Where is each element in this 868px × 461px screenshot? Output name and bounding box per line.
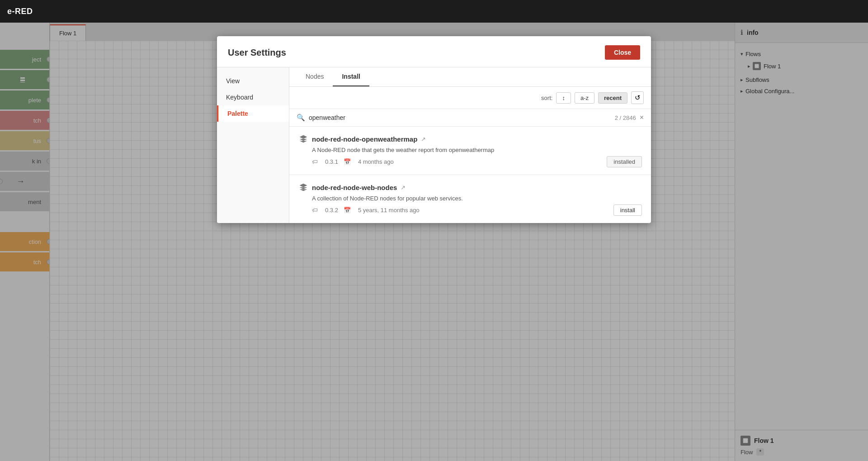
sort-az-button[interactable]: a-z [575,92,594,104]
package-version-2: 0.3.2 [325,207,338,214]
package-age-1: 4 months ago [358,158,394,165]
search-icon: 🔍 [297,114,305,122]
external-link-icon[interactable]: ↗ [421,136,426,143]
calendar-icon-2: 📅 [344,207,351,214]
package-age-2: 5 years, 11 months ago [358,207,420,214]
calendar-icon: 📅 [344,158,351,165]
sort-label: sort: [541,95,552,101]
refresh-button[interactable]: ↺ [631,91,644,104]
tab-install[interactable]: Install [333,67,369,86]
package-cube-icon-2 [298,182,308,192]
modal-main-content: Nodes Install sort: ↕ a-z recent ↺ [289,67,651,223]
package-item-web-nodes: node-red-node-web-nodes ↗ A collection o… [289,175,651,223]
package-item-openweathermap: node-red-node-openweathermap ↗ A Node-RE… [289,127,651,175]
nav-palette[interactable]: Palette [217,105,289,122]
app-title: e-RED [7,7,33,16]
search-input[interactable] [309,114,611,121]
package-header: node-red-node-openweathermap ↗ [298,134,642,144]
tab-nodes[interactable]: Nodes [297,67,333,86]
sort-recent-button[interactable]: recent [598,92,627,104]
package-header-2: node-red-node-web-nodes ↗ [298,182,642,192]
package-action-2: install [613,204,642,216]
close-button[interactable]: Close [605,45,640,60]
modal-title: User Settings [228,48,286,58]
nav-view[interactable]: View [217,73,289,89]
package-action-1: installed [607,156,642,167]
search-count: 2 / 2846 [615,114,636,121]
modal-nav: View Keyboard Palette [217,67,289,223]
package-desc-2: A collection of Node-RED nodes for popul… [298,195,642,202]
tag-icon-2: 🏷 [312,207,318,214]
search-bar: 🔍 2 / 2846 × [289,109,651,127]
package-version-1: 0.3.1 [325,158,338,165]
modal-body: View Keyboard Palette Nodes Install [217,67,651,223]
nav-keyboard[interactable]: Keyboard [217,89,289,105]
package-cube-icon [298,134,308,144]
modal-overlay: User Settings Close View Keyboard Palett… [0,23,868,461]
sort-az-icon-button[interactable]: ↕ [556,92,571,104]
install-button-2[interactable]: install [613,204,642,216]
topbar: e-RED [0,0,868,23]
package-desc-1: A Node-RED node that gets the weather re… [298,147,642,153]
modal-tabs: Nodes Install [289,67,651,87]
search-clear-button[interactable]: × [640,114,644,121]
package-name-1: node-red-node-openweathermap [312,135,417,143]
sort-bar: sort: ↕ a-z recent ↺ [289,87,651,109]
package-name-2: node-red-node-web-nodes [312,184,397,191]
installed-button-1: installed [607,156,642,167]
package-list: node-red-node-openweathermap ↗ A Node-RE… [289,127,651,223]
package-meta-2: 🏷 0.3.2 📅 5 years, 11 months ago install [298,204,642,216]
external-link-icon-2[interactable]: ↗ [401,184,406,191]
tag-icon: 🏷 [312,158,318,165]
package-meta-1: 🏷 0.3.1 📅 4 months ago installed [298,156,642,167]
modal-header: User Settings Close [217,36,651,67]
user-settings-modal: User Settings Close View Keyboard Palett… [217,36,651,223]
